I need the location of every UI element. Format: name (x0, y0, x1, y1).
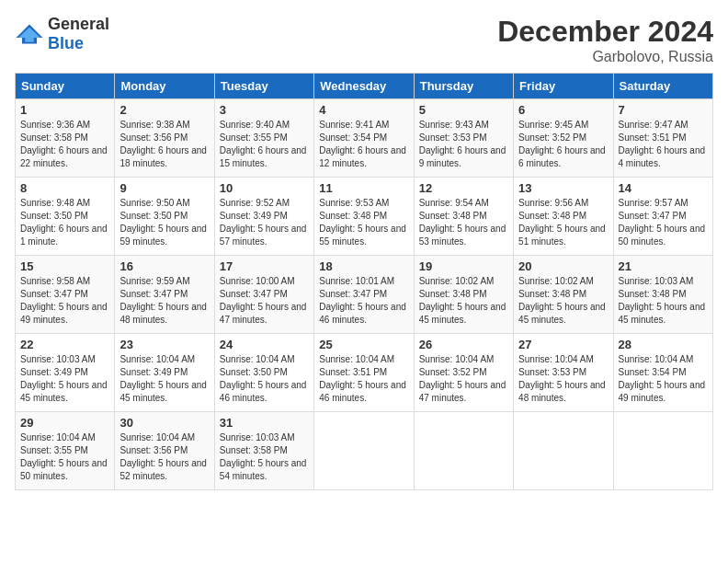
day-cell: 20Sunrise: 10:02 AMSunset: 3:48 PMDaylig… (514, 256, 613, 334)
day-cell: 8Sunrise: 9:48 AMSunset: 3:50 PMDaylight… (16, 178, 115, 256)
day-info: Sunrise: 9:54 AMSunset: 3:48 PMDaylight:… (419, 197, 508, 248)
day-info: Sunrise: 10:01 AMSunset: 3:47 PMDaylight… (319, 275, 408, 327)
week-row-1: 8Sunrise: 9:48 AMSunset: 3:50 PMDaylight… (16, 178, 713, 256)
day-number: 9 (119, 181, 209, 195)
column-header-wednesday: Wednesday (314, 74, 414, 99)
day-number: 19 (419, 259, 508, 273)
day-info: Sunrise: 9:47 AMSunset: 3:51 PMDaylight:… (619, 119, 708, 170)
day-number: 11 (319, 181, 408, 195)
day-number: 5 (419, 103, 508, 117)
day-info: Sunrise: 10:04 AMSunset: 3:56 PMDaylight… (119, 431, 209, 483)
calendar-header-row: SundayMondayTuesdayWednesdayThursdayFrid… (16, 74, 713, 99)
day-cell: 31Sunrise: 10:03 AMSunset: 3:58 PMDaylig… (214, 412, 313, 490)
week-row-2: 15Sunrise: 9:58 AMSunset: 3:47 PMDayligh… (16, 256, 713, 334)
day-cell: 25Sunrise: 10:04 AMSunset: 3:51 PMDaylig… (314, 334, 414, 412)
day-info: Sunrise: 10:03 AMSunset: 3:58 PMDaylight… (220, 431, 309, 483)
day-cell: 4Sunrise: 9:41 AMSunset: 3:54 PMDaylight… (314, 99, 414, 178)
day-info: Sunrise: 10:03 AMSunset: 3:48 PMDaylight… (619, 275, 708, 327)
day-number: 24 (220, 338, 309, 351)
day-info: Sunrise: 9:58 AMSunset: 3:47 PMDaylight:… (20, 275, 109, 327)
day-cell: 29Sunrise: 10:04 AMSunset: 3:55 PMDaylig… (16, 412, 115, 490)
day-number: 4 (319, 103, 408, 117)
day-cell: 28Sunrise: 10:04 AMSunset: 3:54 PMDaylig… (613, 334, 712, 412)
column-header-tuesday: Tuesday (214, 74, 313, 99)
day-cell: 19Sunrise: 10:02 AMSunset: 3:48 PMDaylig… (414, 256, 513, 334)
day-cell: 16Sunrise: 9:59 AMSunset: 3:47 PMDayligh… (115, 256, 214, 334)
day-number: 17 (220, 259, 309, 273)
column-header-thursday: Thursday (414, 74, 513, 99)
day-info: Sunrise: 9:53 AMSunset: 3:48 PMDaylight:… (319, 197, 408, 248)
day-info: Sunrise: 9:40 AMSunset: 3:55 PMDaylight:… (220, 119, 309, 170)
day-number: 18 (319, 259, 408, 273)
week-row-0: 1Sunrise: 9:36 AMSunset: 3:58 PMDaylight… (16, 99, 713, 178)
day-cell: 14Sunrise: 9:57 AMSunset: 3:47 PMDayligh… (613, 178, 712, 256)
day-number: 13 (518, 181, 608, 195)
day-number: 6 (518, 103, 608, 117)
day-info: Sunrise: 9:41 AMSunset: 3:54 PMDaylight:… (319, 119, 408, 170)
day-info: Sunrise: 10:04 AMSunset: 3:51 PMDaylight… (319, 353, 408, 405)
day-cell: 12Sunrise: 9:54 AMSunset: 3:48 PMDayligh… (414, 178, 513, 256)
day-cell: 30Sunrise: 10:04 AMSunset: 3:56 PMDaylig… (115, 412, 214, 490)
day-number: 25 (319, 338, 408, 351)
day-cell: 11Sunrise: 9:53 AMSunset: 3:48 PMDayligh… (314, 178, 414, 256)
location-title: Garbolovo, Russia (497, 49, 713, 65)
column-header-monday: Monday (115, 74, 214, 99)
day-info: Sunrise: 9:45 AMSunset: 3:52 PMDaylight:… (518, 119, 608, 170)
day-info: Sunrise: 9:36 AMSunset: 3:58 PMDaylight:… (20, 119, 109, 170)
day-number: 22 (20, 338, 109, 351)
day-number: 27 (518, 338, 608, 351)
day-cell (514, 412, 613, 490)
week-row-4: 29Sunrise: 10:04 AMSunset: 3:55 PMDaylig… (16, 412, 713, 490)
day-number: 14 (619, 181, 708, 195)
svg-marker-1 (18, 28, 40, 42)
logo: General Blue (15, 15, 109, 53)
day-cell (314, 412, 414, 490)
column-header-sunday: Sunday (16, 74, 115, 99)
day-number: 30 (119, 416, 209, 430)
day-info: Sunrise: 10:00 AMSunset: 3:47 PMDaylight… (220, 275, 309, 327)
month-title: December 2024 (497, 15, 713, 49)
day-number: 29 (20, 416, 109, 430)
day-cell: 9Sunrise: 9:50 AMSunset: 3:50 PMDaylight… (115, 178, 214, 256)
day-number: 1 (20, 103, 109, 117)
day-number: 8 (20, 181, 109, 195)
day-cell: 15Sunrise: 9:58 AMSunset: 3:47 PMDayligh… (16, 256, 115, 334)
day-number: 10 (220, 181, 309, 195)
day-info: Sunrise: 9:48 AMSunset: 3:50 PMDaylight:… (20, 197, 109, 248)
day-number: 15 (20, 259, 109, 273)
calendar-table: SundayMondayTuesdayWednesdayThursdayFrid… (15, 73, 713, 490)
column-header-saturday: Saturday (613, 74, 712, 99)
day-cell: 7Sunrise: 9:47 AMSunset: 3:51 PMDaylight… (613, 99, 712, 178)
day-info: Sunrise: 9:43 AMSunset: 3:53 PMDaylight:… (419, 119, 508, 170)
page-header: General Blue December 2024 Garbolovo, Ru… (15, 15, 713, 65)
day-info: Sunrise: 10:04 AMSunset: 3:49 PMDaylight… (119, 353, 209, 405)
day-number: 21 (619, 259, 708, 273)
day-number: 2 (119, 103, 209, 117)
day-info: Sunrise: 10:04 AMSunset: 3:50 PMDaylight… (220, 353, 309, 405)
logo-text: General Blue (48, 15, 109, 53)
day-cell: 24Sunrise: 10:04 AMSunset: 3:50 PMDaylig… (214, 334, 313, 412)
day-info: Sunrise: 9:50 AMSunset: 3:50 PMDaylight:… (119, 197, 209, 248)
day-cell: 1Sunrise: 9:36 AMSunset: 3:58 PMDaylight… (16, 99, 115, 178)
day-cell: 17Sunrise: 10:00 AMSunset: 3:47 PMDaylig… (214, 256, 313, 334)
day-number: 31 (220, 416, 309, 430)
day-number: 26 (419, 338, 508, 351)
column-header-friday: Friday (514, 74, 613, 99)
day-cell: 5Sunrise: 9:43 AMSunset: 3:53 PMDaylight… (414, 99, 513, 178)
day-info: Sunrise: 10:03 AMSunset: 3:49 PMDaylight… (20, 353, 109, 405)
day-info: Sunrise: 10:04 AMSunset: 3:54 PMDaylight… (619, 353, 708, 405)
day-info: Sunrise: 9:52 AMSunset: 3:49 PMDaylight:… (220, 197, 309, 248)
day-cell: 22Sunrise: 10:03 AMSunset: 3:49 PMDaylig… (16, 334, 115, 412)
day-cell: 2Sunrise: 9:38 AMSunset: 3:56 PMDaylight… (115, 99, 214, 178)
day-cell (613, 412, 712, 490)
day-info: Sunrise: 10:02 AMSunset: 3:48 PMDaylight… (518, 275, 608, 327)
day-number: 28 (619, 338, 708, 351)
day-cell: 27Sunrise: 10:04 AMSunset: 3:53 PMDaylig… (514, 334, 613, 412)
day-info: Sunrise: 10:04 AMSunset: 3:53 PMDaylight… (518, 353, 608, 405)
day-info: Sunrise: 10:02 AMSunset: 3:48 PMDaylight… (419, 275, 508, 327)
day-number: 12 (419, 181, 508, 195)
day-cell (414, 412, 513, 490)
logo-icon (15, 23, 44, 45)
day-info: Sunrise: 10:04 AMSunset: 3:55 PMDaylight… (20, 431, 109, 483)
day-number: 16 (119, 259, 209, 273)
